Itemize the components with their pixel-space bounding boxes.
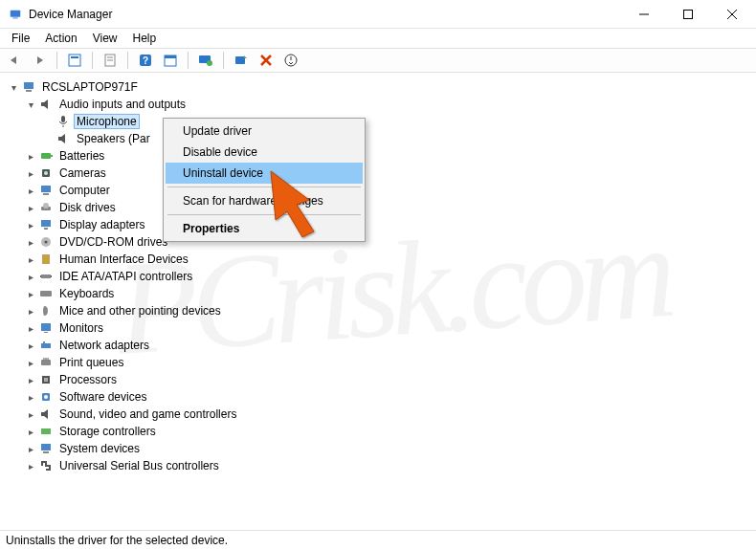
- forward-button[interactable]: [29, 50, 50, 71]
- window-title: Device Manager: [29, 8, 622, 21]
- enable-button[interactable]: [280, 50, 301, 71]
- tree-category[interactable]: ▸Batteries: [8, 147, 748, 165]
- chevron-right-icon[interactable]: ▸: [25, 220, 36, 231]
- chevron-right-icon[interactable]: ▸: [25, 323, 36, 334]
- menu-action[interactable]: Action: [37, 30, 84, 47]
- monitor-icon: [38, 320, 54, 336]
- tree-root[interactable]: ▾ RCSLAPTOP971F: [8, 78, 748, 96]
- chevron-down-icon[interactable]: ▾: [8, 82, 19, 93]
- tree-category[interactable]: ▸Processors: [8, 371, 748, 388]
- status-bar: Uninstalls the driver for the selected d…: [0, 530, 756, 549]
- show-hidden-button[interactable]: [64, 50, 85, 71]
- tree-category-label: Universal Serial Bus controllers: [57, 459, 221, 472]
- chevron-right-icon[interactable]: ▸: [25, 392, 36, 403]
- calendar-button[interactable]: [160, 50, 181, 71]
- network-icon: [38, 338, 54, 353]
- tree-category[interactable]: ▸Computer: [8, 182, 748, 199]
- tree-category-label: Batteries: [57, 149, 106, 163]
- tree-category[interactable]: ▸Universal Serial Bus controllers: [8, 457, 748, 474]
- tree-category[interactable]: ▸Monitors: [8, 319, 748, 337]
- svg-rect-21: [61, 116, 65, 122]
- app-icon: [8, 7, 23, 22]
- scan-hardware-button[interactable]: [231, 50, 252, 71]
- svg-point-16: [207, 60, 212, 66]
- tree-category[interactable]: ▸Software devices: [8, 388, 748, 406]
- tree-category[interactable]: ▸Mice and other pointing devices: [8, 302, 748, 319]
- keyboard-icon: [38, 286, 54, 301]
- chevron-right-icon[interactable]: ▸: [25, 409, 36, 420]
- chevron-right-icon[interactable]: ▸: [25, 289, 36, 299]
- svg-rect-6: [69, 55, 80, 66]
- software-icon: [38, 389, 54, 405]
- close-button[interactable]: [710, 0, 754, 29]
- ctx-separator: [167, 187, 361, 187]
- ctx-separator: [167, 214, 361, 215]
- ctx-uninstall-device[interactable]: Uninstall device: [166, 163, 363, 184]
- tree-category[interactable]: ▸Disk drives: [8, 199, 748, 216]
- chevron-right-icon[interactable]: ▸: [25, 306, 36, 317]
- update-driver-button[interactable]: [195, 50, 216, 71]
- tree-category-label: Cameras: [57, 166, 108, 180]
- dvd-icon: [38, 234, 54, 250]
- maximize-button[interactable]: [666, 0, 710, 29]
- properties-button[interactable]: [100, 50, 121, 71]
- tree-category[interactable]: ▸Sound, video and game controllers: [8, 406, 748, 423]
- device-tree[interactable]: ▾ RCSLAPTOP971F ▾ Audio inputs and outpu…: [0, 75, 756, 530]
- menu-file[interactable]: File: [4, 30, 37, 47]
- tree-category[interactable]: ▸Print queues: [8, 354, 748, 371]
- tree-category-label: Display adapters: [57, 218, 146, 231]
- sound-icon: [38, 406, 54, 422]
- uninstall-button[interactable]: [256, 50, 277, 71]
- ctx-scan-hardware[interactable]: Scan for hardware changes: [166, 190, 363, 211]
- ctx-disable-device[interactable]: Disable device: [166, 142, 363, 163]
- chevron-right-icon[interactable]: ▸: [25, 168, 36, 179]
- chevron-right-icon[interactable]: ▸: [25, 254, 36, 265]
- speaker-icon: [38, 97, 54, 112]
- chevron-right-icon[interactable]: ▸: [25, 272, 36, 282]
- svg-rect-38: [51, 275, 52, 277]
- tree-category[interactable]: ▸DVD/CD-ROM drives: [8, 233, 748, 251]
- chevron-right-icon[interactable]: ▸: [25, 375, 36, 385]
- chevron-right-icon[interactable]: ▸: [25, 427, 36, 437]
- help-button[interactable]: ?: [135, 50, 156, 71]
- tree-category[interactable]: ▸Keyboards: [8, 285, 748, 302]
- tree-category[interactable]: ▸Storage controllers: [8, 423, 748, 440]
- tree-category-label: Software devices: [57, 390, 148, 404]
- svg-rect-51: [41, 444, 51, 450]
- menu-view[interactable]: View: [85, 30, 125, 47]
- chevron-right-icon[interactable]: ▸: [25, 461, 36, 472]
- ctx-properties[interactable]: Properties: [166, 218, 363, 239]
- tree-category[interactable]: ▸System devices: [8, 440, 748, 457]
- tree-category-audio[interactable]: ▾ Audio inputs and outputs: [8, 96, 748, 113]
- tree-category-label: Monitors: [57, 321, 105, 335]
- tree-category[interactable]: ▸Cameras: [8, 165, 748, 182]
- svg-rect-17: [235, 56, 245, 64]
- chevron-right-icon[interactable]: ▸: [25, 237, 36, 248]
- tree-category-label: Disk drives: [57, 201, 118, 214]
- tree-category[interactable]: ▸Display adapters: [8, 216, 748, 233]
- tree-category[interactable]: ▸Network adapters: [8, 337, 748, 354]
- svg-rect-28: [43, 193, 49, 195]
- menu-help[interactable]: Help: [125, 30, 165, 47]
- ctx-update-driver[interactable]: Update driver: [166, 121, 363, 142]
- svg-rect-45: [43, 358, 49, 360]
- chevron-down-icon[interactable]: ▾: [25, 99, 36, 110]
- ide-icon: [38, 269, 54, 284]
- chevron-right-icon[interactable]: ▸: [25, 358, 36, 368]
- chevron-right-icon[interactable]: ▸: [25, 203, 36, 213]
- svg-rect-20: [26, 90, 32, 92]
- tree-category[interactable]: ▸Human Interface Devices: [8, 251, 748, 268]
- tree-item-speakers[interactable]: ▸ Speakers (Par: [8, 130, 748, 147]
- chevron-right-icon[interactable]: ▸: [25, 340, 36, 351]
- minimize-button[interactable]: [622, 0, 666, 29]
- chevron-right-icon[interactable]: ▸: [25, 151, 36, 162]
- svg-rect-19: [24, 82, 33, 89]
- tree-category[interactable]: ▸IDE ATA/ATAPI controllers: [8, 268, 748, 285]
- chevron-right-icon[interactable]: ▸: [25, 186, 36, 196]
- chevron-right-icon[interactable]: ▸: [25, 444, 36, 454]
- svg-rect-42: [41, 343, 51, 348]
- svg-rect-31: [41, 220, 51, 227]
- svg-rect-23: [41, 153, 51, 159]
- tree-item-microphone[interactable]: ▸ Microphone: [8, 113, 748, 130]
- back-button[interactable]: [4, 50, 25, 71]
